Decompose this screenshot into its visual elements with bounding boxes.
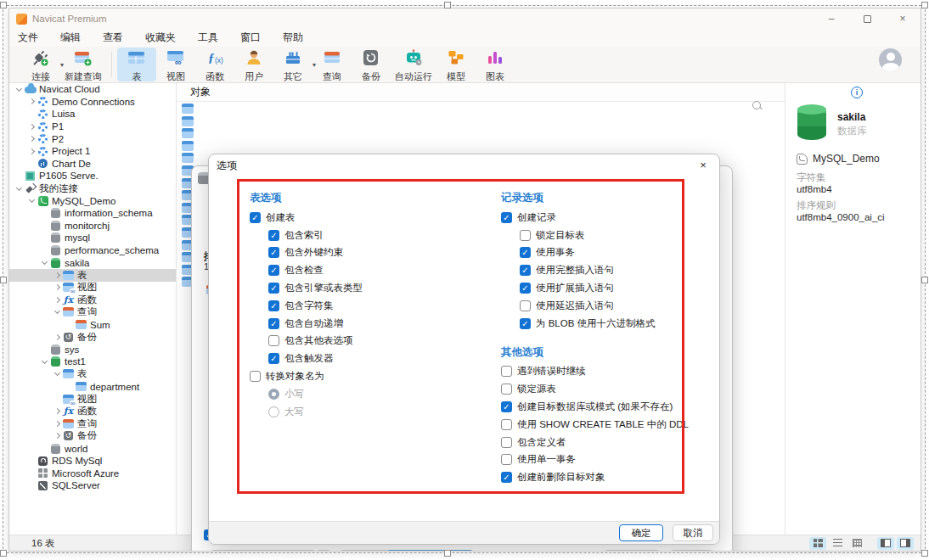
checkbox-checked[interactable] — [520, 318, 531, 329]
checkbox-checked[interactable] — [250, 212, 261, 223]
toolbar-item-backup[interactable]: 备份 — [352, 48, 391, 81]
checkbox-unchecked[interactable] — [501, 366, 512, 377]
menu-item-收藏夹[interactable]: 收藏夹 — [145, 31, 176, 45]
capture-handle[interactable] — [921, 550, 928, 557]
sidebar-item-P1605 Serve.[interactable]: P1605 Serve. — [9, 170, 176, 182]
info-icon[interactable]: i — [851, 87, 863, 98]
sidebar-item-Project 1[interactable]: Project 1 — [9, 145, 176, 158]
toolbar-item-user[interactable]: 用户 — [234, 48, 273, 81]
profile-dropdown-button[interactable]: ▾ — [316, 550, 331, 552]
sidebar-item-查询[interactable]: 查询 — [9, 306, 176, 319]
chevron-down-icon[interactable] — [14, 88, 24, 91]
checkbox-checked[interactable] — [268, 353, 279, 364]
toggle-left-panel-icon[interactable] — [877, 537, 894, 550]
sidebar-item-Luisa[interactable]: Luisa — [9, 108, 176, 120]
capture-handle[interactable] — [444, 2, 451, 8]
chevron-right-icon[interactable] — [53, 335, 62, 339]
sidebar-item-sakila[interactable]: sakila — [9, 256, 176, 269]
sidebar-item-函数[interactable]: 函数 — [9, 405, 176, 417]
chevron-down-icon[interactable] — [40, 261, 49, 264]
checkbox-unchecked[interactable] — [268, 335, 279, 346]
sidebar-item-Sum[interactable]: Sum — [9, 318, 176, 331]
sidebar-item-Demo Connections[interactable]: Demo Connections — [9, 96, 176, 109]
sidebar-item-我的连接[interactable]: 我的连接 — [9, 182, 176, 195]
toolbar-item-query[interactable]: 查询 — [312, 48, 352, 81]
capture-handle[interactable] — [0, 550, 7, 557]
radio-selected[interactable] — [268, 389, 279, 400]
user-avatar[interactable] — [879, 48, 902, 71]
sidebar-item-test1[interactable]: test1 — [9, 356, 176, 368]
checkbox-checked[interactable] — [501, 212, 512, 223]
search-icon[interactable] — [752, 101, 763, 111]
capture-handle[interactable] — [0, 2, 7, 8]
sidebar-item-SQLServer[interactable]: SQLServer — [9, 479, 176, 492]
checkbox-checked[interactable] — [268, 247, 279, 258]
chevron-right-icon[interactable] — [53, 434, 62, 438]
chevron-right-icon[interactable] — [53, 298, 62, 302]
checkbox-unchecked[interactable] — [501, 384, 512, 395]
chevron-right-icon[interactable] — [27, 137, 37, 141]
checkbox-unchecked[interactable] — [501, 419, 512, 430]
menu-item-帮助[interactable]: 帮助 — [283, 31, 303, 45]
checkbox-checked[interactable] — [520, 283, 531, 294]
sidebar-item-MySQL_Demo[interactable]: MySQL_Demo — [9, 194, 176, 207]
chevron-right-icon[interactable] — [27, 99, 37, 104]
capture-handle[interactable] — [921, 277, 928, 283]
sidebar-item-P1[interactable]: P1 — [9, 120, 176, 133]
toolbar-item-automation[interactable]: 自动运行 — [391, 48, 436, 81]
tab-objects[interactable]: 对象 — [190, 85, 211, 99]
close-button[interactable]: × — [885, 8, 921, 29]
sidebar-item-表[interactable]: 表 — [9, 269, 176, 282]
toolbar-item-model[interactable]: 模型 — [436, 48, 476, 81]
menu-item-窗口[interactable]: 窗口 — [240, 31, 261, 45]
sidebar-item-视图[interactable]: 视图 — [9, 282, 176, 294]
checkbox-checked[interactable] — [268, 300, 279, 311]
sidebar-item-world[interactable]: world — [9, 442, 176, 455]
checkbox-checked[interactable] — [268, 318, 279, 329]
sidebar-item-information_schema[interactable]: information_schema — [9, 207, 176, 220]
checkbox-unchecked[interactable] — [520, 300, 531, 311]
checkbox-checked[interactable] — [501, 472, 512, 483]
checkbox-unchecked[interactable] — [501, 437, 512, 448]
list-view-icon[interactable] — [829, 537, 846, 550]
sidebar-item-performance_schema[interactable]: performance_schema — [9, 244, 176, 257]
checkbox-checked[interactable] — [520, 247, 531, 258]
capture-handle[interactable] — [444, 550, 451, 557]
wizard-button-上一步[interactable]: 上一步 — [604, 550, 660, 552]
minimize-button[interactable]: – — [814, 8, 849, 29]
toggle-right-panel-icon[interactable] — [897, 537, 914, 550]
toolbar-item-charts[interactable]: 图表 — [476, 48, 515, 81]
sidebar-item-department[interactable]: department — [9, 380, 176, 393]
menu-item-工具[interactable]: 工具 — [198, 31, 218, 45]
checkbox-unchecked[interactable] — [250, 371, 261, 382]
menu-item-查看[interactable]: 查看 — [103, 31, 123, 45]
menu-item-文件[interactable]: 文件 — [18, 31, 38, 45]
capture-handle[interactable] — [0, 277, 7, 283]
checkbox-unchecked[interactable] — [501, 454, 512, 465]
checkbox-checked[interactable] — [268, 265, 279, 276]
cancel-button[interactable]: 取消 — [673, 524, 713, 541]
checkbox-unchecked[interactable] — [520, 230, 531, 241]
sidebar-item-P2[interactable]: P2 — [9, 132, 176, 145]
chevron-down-icon[interactable] — [53, 311, 62, 313]
chevron-down-icon[interactable] — [53, 372, 62, 375]
grid-view-icon[interactable] — [809, 537, 826, 550]
sidebar-item-sys[interactable]: sys — [9, 343, 176, 356]
toolbar-item-function[interactable]: ƒ(x)函数 — [195, 48, 234, 81]
sidebar-item-Navicat Cloud[interactable]: Navicat Cloud — [9, 83, 176, 96]
toolbar-item-connection[interactable]: 连接▾ — [21, 48, 60, 81]
toolbar-item-others[interactable]: 其它▾ — [273, 48, 312, 81]
wizard-button-保存配置文件[interactable]: 保存配置文件 — [211, 550, 316, 552]
chevron-down-icon[interactable] — [27, 199, 37, 202]
toolbar-item-table[interactable]: 表 — [117, 48, 156, 81]
checkbox-checked[interactable] — [520, 265, 531, 276]
sidebar-item-RDS MySql[interactable]: RDS MySql — [9, 455, 176, 468]
chevron-right-icon[interactable] — [53, 422, 62, 426]
checkbox-checked[interactable] — [268, 230, 279, 241]
sidebar-item-备份[interactable]: 备份 — [9, 331, 176, 344]
chevron-right-icon[interactable] — [27, 149, 37, 154]
chevron-down-icon[interactable] — [14, 188, 24, 190]
sidebar-item-Microsoft Azure[interactable]: Microsoft Azure — [9, 467, 176, 479]
menu-item-编辑[interactable]: 编辑 — [60, 31, 81, 45]
chevron-right-icon[interactable] — [53, 273, 62, 277]
